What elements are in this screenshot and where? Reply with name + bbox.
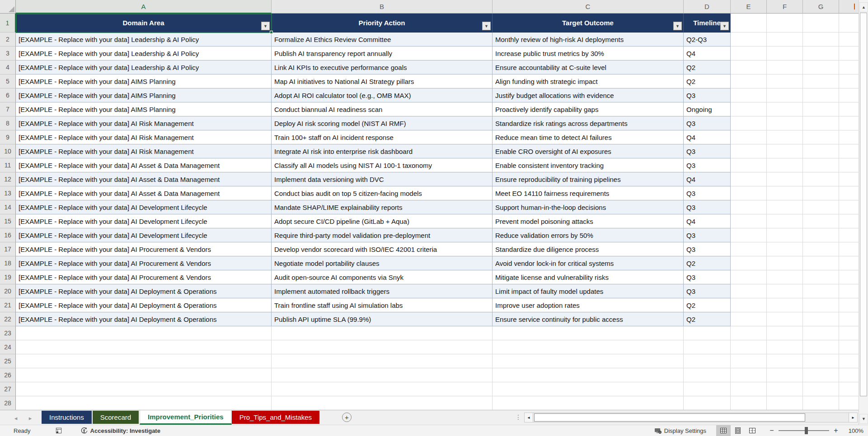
cell-D25[interactable] [684, 354, 731, 368]
sheet-tab-scorecard[interactable]: Scorecard [93, 411, 140, 424]
cell-A22[interactable]: [EXAMPLE - Replace with your data] AI De… [16, 312, 272, 326]
column-header-A[interactable]: A [16, 0, 272, 14]
page-break-view-button[interactable] [745, 425, 760, 436]
cell-E3[interactable] [731, 46, 767, 60]
cell-partial-11[interactable] [839, 158, 859, 172]
cell-F9[interactable] [767, 130, 803, 144]
row-header-13[interactable]: 13 [0, 186, 16, 200]
cell-partial-20[interactable] [839, 284, 859, 298]
cell-D10[interactable]: Q3 [684, 144, 731, 158]
cell-F8[interactable] [767, 116, 803, 130]
cell-C4[interactable]: Ensure accountability at C-suite level [493, 60, 684, 74]
cell-G3[interactable] [803, 46, 839, 60]
cell-D14[interactable]: Q3 [684, 200, 731, 214]
cell-E21[interactable] [731, 298, 767, 312]
cell-E10[interactable] [731, 144, 767, 158]
row-header-10[interactable]: 10 [0, 144, 16, 158]
row-header-11[interactable]: 11 [0, 158, 16, 172]
cell-B28[interactable] [272, 396, 493, 410]
cell-B16[interactable]: Require third-party model validation pre… [272, 228, 493, 242]
cell-D15[interactable]: Q4 [684, 214, 731, 228]
cell-D28[interactable] [684, 396, 731, 410]
cell-C14[interactable]: Support human-in-the-loop decisions [493, 200, 684, 214]
cell-B17[interactable]: Develop vendor scorecard with ISO/IEC 42… [272, 242, 493, 256]
cell-D9[interactable]: Q4 [684, 130, 731, 144]
cell-D8[interactable]: Q3 [684, 116, 731, 130]
cell-E2[interactable] [731, 32, 767, 46]
row-header-18[interactable]: 18 [0, 256, 16, 270]
cell-partial-22[interactable] [839, 312, 859, 326]
cell-C11[interactable]: Enable consistent inventory tracking [493, 158, 684, 172]
cell-partial-21[interactable] [839, 298, 859, 312]
cell-C20[interactable]: Limit impact of faulty model updates [493, 284, 684, 298]
cell-B5[interactable]: Map AI initiatives to National AI Strate… [272, 74, 493, 88]
cell-G8[interactable] [803, 116, 839, 130]
cell-A27[interactable] [16, 382, 272, 396]
cell-D24[interactable] [684, 340, 731, 354]
cell-F28[interactable] [767, 396, 803, 410]
cell-A26[interactable] [16, 368, 272, 382]
cell-partial-18[interactable] [839, 256, 859, 270]
cell-A6[interactable]: [EXAMPLE - Replace with your data] AIMS … [16, 88, 272, 102]
cell-G17[interactable] [803, 242, 839, 256]
cell-E23[interactable] [731, 326, 767, 340]
cell-partial-3[interactable] [839, 46, 859, 60]
row-header-5[interactable]: 5 [0, 74, 16, 88]
vertical-scrollbar-thumb[interactable] [860, 13, 867, 396]
cell-D21[interactable]: Q2 [684, 298, 731, 312]
sheet-tab-instructions[interactable]: Instructions [42, 411, 93, 424]
zoom-slider[interactable] [779, 430, 829, 431]
cell-D3[interactable]: Q4 [684, 46, 731, 60]
cell-E9[interactable] [731, 130, 767, 144]
cell-F25[interactable] [767, 354, 803, 368]
cell-partial-16[interactable] [839, 228, 859, 242]
column-header-E[interactable]: E [731, 0, 767, 14]
horizontal-scrollbar[interactable]: ◄ ► [524, 413, 858, 422]
cell-A9[interactable]: [EXAMPLE - Replace with your data] AI Ri… [16, 130, 272, 144]
filter-dropdown-button-A[interactable]: ▼ [261, 22, 270, 30]
cell-F18[interactable] [767, 256, 803, 270]
cell-E4[interactable] [731, 60, 767, 74]
cell-E20[interactable] [731, 284, 767, 298]
row-header-2[interactable]: 2 [0, 32, 16, 46]
vertical-scrollbar[interactable]: ▲ ▼ [859, 0, 868, 425]
cell-E1[interactable] [731, 14, 767, 32]
cell-A24[interactable] [16, 340, 272, 354]
cell-E22[interactable] [731, 312, 767, 326]
zoom-in-button[interactable]: + [833, 427, 839, 435]
cell-partial-4[interactable] [839, 60, 859, 74]
cell-E13[interactable] [731, 186, 767, 200]
cell-C13[interactable]: Meet EO 14110 fairness requirements [493, 186, 684, 200]
cell-B25[interactable] [272, 354, 493, 368]
cell-partial-26[interactable] [839, 368, 859, 382]
filter-dropdown-button-D[interactable]: ▼ [720, 22, 729, 30]
cell-D12[interactable]: Q4 [684, 172, 731, 186]
cell-F10[interactable] [767, 144, 803, 158]
scroll-left-button[interactable]: ◄ [524, 413, 533, 422]
page-layout-view-button[interactable] [731, 425, 745, 436]
cell-D7[interactable]: Ongoing [684, 102, 731, 116]
horizontal-scrollbar-track[interactable] [533, 413, 849, 422]
cell-E6[interactable] [731, 88, 767, 102]
cell-B24[interactable] [272, 340, 493, 354]
cell-A21[interactable]: [EXAMPLE - Replace with your data] AI De… [16, 298, 272, 312]
cell-D20[interactable]: Q3 [684, 284, 731, 298]
cell-A23[interactable] [16, 326, 272, 340]
row-header-27[interactable]: 27 [0, 382, 16, 396]
cell-A4[interactable]: [EXAMPLE - Replace with your data] Leade… [16, 60, 272, 74]
cell-partial-12[interactable] [839, 172, 859, 186]
cell-G28[interactable] [803, 396, 839, 410]
cell-B12[interactable]: Implement data versioning with DVC [272, 172, 493, 186]
cell-B10[interactable]: Integrate AI risk into enterprise risk d… [272, 144, 493, 158]
cell-partial-8[interactable] [839, 116, 859, 130]
cell-B22[interactable]: Publish API uptime SLA (99.9%) [272, 312, 493, 326]
filter-dropdown-button-B[interactable]: ▼ [482, 22, 491, 30]
cell-C28[interactable] [493, 396, 684, 410]
cell-E7[interactable] [731, 102, 767, 116]
tab-scroll-left-icon[interactable]: ◂ [11, 411, 21, 425]
cell-B15[interactable]: Adopt secure CI/CD pipeline (GitLab + Aq… [272, 214, 493, 228]
cell-A19[interactable]: [EXAMPLE - Replace with your data] AI Pr… [16, 270, 272, 284]
cell-F5[interactable] [767, 74, 803, 88]
cell-D2[interactable]: Q2-Q3 [684, 32, 731, 46]
cell-G10[interactable] [803, 144, 839, 158]
